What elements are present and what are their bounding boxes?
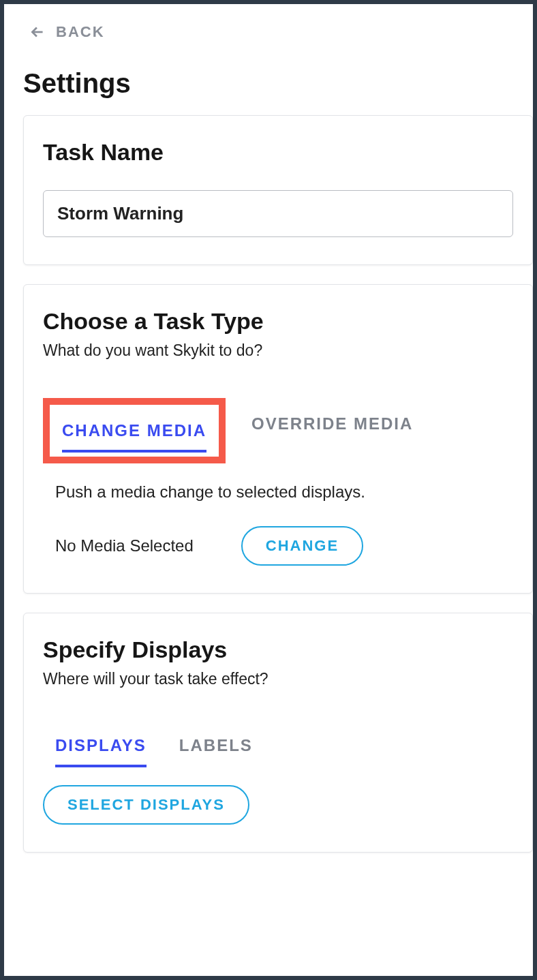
tab-change-media[interactable]: CHANGE MEDIA xyxy=(62,421,206,453)
task-type-tabs: CHANGE MEDIA OVERRIDE MEDIA xyxy=(43,398,513,463)
arrow-left-icon xyxy=(29,23,46,41)
task-name-heading: Task Name xyxy=(43,139,513,166)
task-type-subheading: What do you want Skykit to do? xyxy=(43,341,513,360)
task-type-card: Choose a Task Type What do you want Skyk… xyxy=(23,284,533,594)
change-media-button[interactable]: CHANGE xyxy=(241,526,363,566)
task-type-description: Push a media change to selected displays… xyxy=(55,483,513,502)
highlight-box: CHANGE MEDIA xyxy=(43,398,226,463)
task-name-input[interactable] xyxy=(43,190,513,237)
displays-subheading: Where will your task take effect? xyxy=(43,670,513,688)
tab-displays[interactable]: DISPLAYS xyxy=(55,736,147,767)
displays-card: Specify Displays Where will your task ta… xyxy=(23,613,533,853)
back-label: BACK xyxy=(56,23,105,41)
page-title: Settings xyxy=(23,68,533,99)
select-displays-button[interactable]: SELECT DISPLAYS xyxy=(43,785,249,825)
media-status: No Media Selected xyxy=(55,536,194,555)
task-name-card: Task Name xyxy=(23,115,533,265)
task-type-heading: Choose a Task Type xyxy=(43,308,513,335)
displays-tabs: DISPLAYS LABELS xyxy=(55,736,513,767)
back-button[interactable]: BACK xyxy=(29,23,105,41)
tab-override-media[interactable]: OVERRIDE MEDIA xyxy=(251,414,413,446)
tab-labels[interactable]: LABELS xyxy=(179,736,253,767)
displays-heading: Specify Displays xyxy=(43,637,513,663)
